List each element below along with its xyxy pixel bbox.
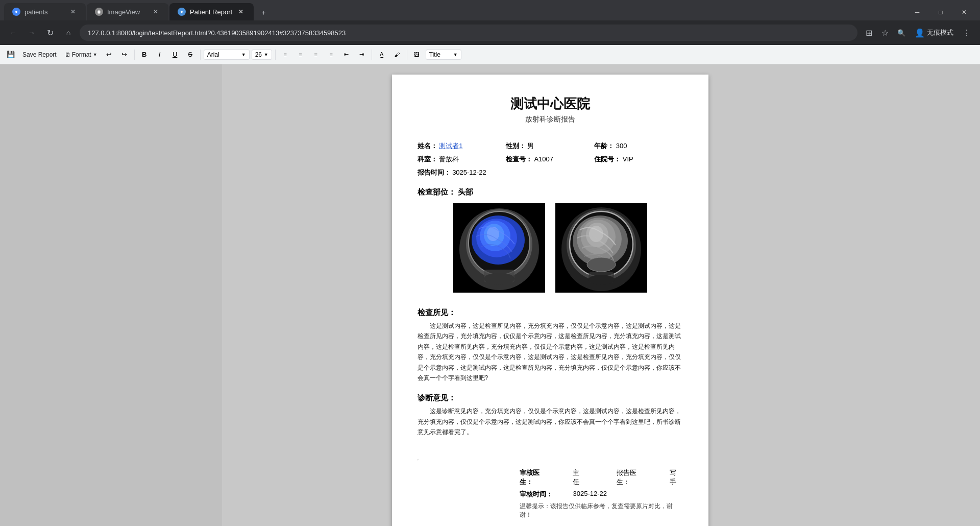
align-right-button[interactable]: ≡ bbox=[309, 48, 323, 61]
review-time-value: 3025-12-22 bbox=[573, 490, 607, 499]
reporter-label: 报告医生： bbox=[617, 468, 649, 487]
browser-window: ● patients ✕ ◉ ImageView ✕ ● Patient Rep… bbox=[0, 0, 980, 526]
close-button[interactable]: ✕ bbox=[952, 4, 976, 20]
patient-reporttime-field: 报告时间： 3025-12-22 bbox=[418, 166, 506, 179]
font-dropdown-icon: ▼ bbox=[241, 52, 246, 57]
extensions-button[interactable]: ⊞ bbox=[862, 26, 876, 40]
address-input[interactable] bbox=[80, 25, 857, 41]
image-button[interactable]: 🖼 bbox=[410, 48, 424, 61]
new-tab-button[interactable]: ＋ bbox=[256, 5, 271, 20]
document-area[interactable]: 测试中心医院 放射科诊断报告 姓名： 测试者1 性别： 男 bbox=[222, 64, 878, 526]
tab-imageview-label: ImageView bbox=[107, 8, 147, 16]
home-button[interactable]: ⌂ bbox=[61, 26, 76, 40]
font-name: Arial bbox=[207, 51, 219, 58]
reviewer-label: 审核医生： bbox=[520, 468, 552, 487]
undo-button[interactable]: ↩ bbox=[103, 48, 116, 61]
tab-imageview-close[interactable]: ✕ bbox=[151, 7, 160, 16]
format-icon: 🖹 bbox=[65, 52, 70, 58]
font-size-selector[interactable]: 26 ▼ bbox=[252, 50, 272, 60]
highlight-button[interactable]: 🖌 bbox=[390, 48, 404, 61]
hospital-name: 测试中心医院 bbox=[418, 95, 683, 113]
indent-increase-button[interactable]: ⇥ bbox=[355, 48, 369, 61]
align-center-button[interactable]: ≡ bbox=[294, 48, 307, 61]
tab-patients-close[interactable]: ✕ bbox=[68, 7, 78, 16]
format-label: Format bbox=[72, 51, 91, 58]
strikethrough-button[interactable]: S bbox=[184, 48, 197, 61]
age-value: 300 bbox=[616, 142, 627, 150]
footer-marker-1: , bbox=[418, 453, 683, 463]
address-bar: ← → ↻ ⌂ ⊞ ☆ 🔍 👤 无痕模式 ⋮ bbox=[0, 20, 980, 45]
patient-age-field: 年龄： 300 bbox=[594, 139, 682, 153]
gender-label: 性别： bbox=[506, 142, 526, 150]
zoom-button[interactable]: 🔍 bbox=[894, 26, 909, 40]
main-area: 测试中心医院 放射科诊断报告 姓名： 测试者1 性别： 男 bbox=[0, 64, 980, 526]
admission-label: 住院号： bbox=[594, 155, 621, 163]
admission-value: VIP bbox=[623, 155, 633, 163]
svg-point-20 bbox=[587, 257, 616, 272]
separator-5 bbox=[407, 50, 407, 60]
left-panel bbox=[0, 64, 222, 526]
brain-image-color bbox=[453, 203, 545, 293]
save-report-label: Save Report bbox=[22, 51, 57, 58]
diagnosis-title: 诊断意见： bbox=[418, 393, 683, 403]
imageview-favicon: ◉ bbox=[95, 8, 103, 16]
text-color-button[interactable]: A̲ bbox=[375, 48, 388, 61]
profile-icon: 👤 bbox=[915, 28, 925, 38]
minimize-button[interactable]: ─ bbox=[905, 4, 929, 20]
indent-decrease-button[interactable]: ⇤ bbox=[340, 48, 353, 61]
font-size-dropdown-icon: ▼ bbox=[264, 52, 268, 57]
name-value: 测试者1 bbox=[439, 142, 462, 150]
findings-title: 检查所见： bbox=[418, 308, 683, 318]
dept-value: 普放科 bbox=[439, 155, 459, 163]
menu-button[interactable]: ⋮ bbox=[960, 26, 974, 40]
profile-button[interactable]: 👤 无痕模式 bbox=[911, 26, 958, 40]
separator-2 bbox=[200, 50, 201, 60]
patient-dept-field: 科室： 普放科 bbox=[418, 153, 506, 166]
reporttime-label: 报告时间： bbox=[418, 169, 451, 176]
patient-gender-field: 性别： 男 bbox=[506, 139, 594, 153]
name-label: 姓名： bbox=[418, 142, 437, 150]
separator-3 bbox=[275, 50, 276, 60]
maximize-button[interactable]: □ bbox=[929, 4, 952, 20]
bold-button[interactable]: B bbox=[138, 48, 151, 61]
save-report-button[interactable]: Save Report bbox=[19, 49, 60, 60]
age-label: 年龄： bbox=[594, 142, 614, 150]
reload-button[interactable]: ↻ bbox=[43, 26, 57, 40]
report-type: 放射科诊断报告 bbox=[418, 115, 683, 124]
align-justify-button[interactable]: ≡ bbox=[325, 48, 338, 61]
tab-report-close[interactable]: ✕ bbox=[236, 7, 246, 16]
dept-label: 科室： bbox=[418, 155, 437, 163]
tab-patients-label: patients bbox=[24, 8, 64, 16]
svg-point-22 bbox=[588, 275, 615, 285]
format-button[interactable]: 🖹 Format ▼ bbox=[62, 49, 101, 60]
forward-button[interactable]: → bbox=[24, 26, 39, 40]
redo-button[interactable]: ↪ bbox=[118, 48, 131, 61]
footer-tip: 温馨提示：该报告仅供临床参考，复查需要原片对比，谢谢！ bbox=[520, 502, 683, 519]
style-selector[interactable]: Title ▼ bbox=[426, 50, 461, 60]
patient-name-field: 姓名： 测试者1 bbox=[418, 139, 506, 153]
bookmark-button[interactable]: ☆ bbox=[878, 26, 892, 40]
reviewer-value: 主任 bbox=[573, 468, 586, 487]
document: 测试中心医院 放射科诊断报告 姓名： 测试者1 性别： 男 bbox=[392, 75, 708, 526]
save-icon-btn[interactable]: 💾 bbox=[4, 48, 17, 61]
tab-imageview[interactable]: ◉ ImageView ✕ bbox=[87, 3, 168, 20]
diagnosis-text[interactable]: 这是诊断意见内容，充分填充内容，仅仅是个示意内容，这是测试内容，这是检查所见内容… bbox=[418, 406, 683, 437]
font-selector[interactable]: Arial ▼ bbox=[204, 50, 250, 60]
brain-images bbox=[418, 203, 683, 293]
back-button[interactable]: ← bbox=[6, 26, 20, 40]
style-dropdown-icon: ▼ bbox=[453, 52, 458, 57]
separator-1 bbox=[134, 50, 135, 60]
tab-report[interactable]: ● Patient Report ✕ bbox=[169, 3, 254, 20]
italic-button[interactable]: I bbox=[153, 48, 166, 61]
findings-text[interactable]: 这是测试内容，这是检查所见内容，充分填充内容，仅仅是个示意内容，这是测试内容，这… bbox=[418, 321, 683, 383]
svg-point-10 bbox=[484, 273, 514, 285]
exam-section-label: 检查部位： bbox=[418, 187, 456, 196]
report-favicon: ● bbox=[178, 8, 186, 16]
tab-patients[interactable]: ● patients ✕ bbox=[4, 3, 86, 20]
svg-point-8 bbox=[487, 227, 499, 241]
editor-toolbar: 💾 Save Report 🖹 Format ▼ ↩ ↪ B I U S Ari… bbox=[0, 45, 980, 64]
brain-mri-color-svg bbox=[453, 203, 545, 293]
align-left-button[interactable]: ≡ bbox=[279, 48, 292, 61]
underline-button[interactable]: U bbox=[168, 48, 182, 61]
format-chevron: ▼ bbox=[93, 52, 97, 57]
